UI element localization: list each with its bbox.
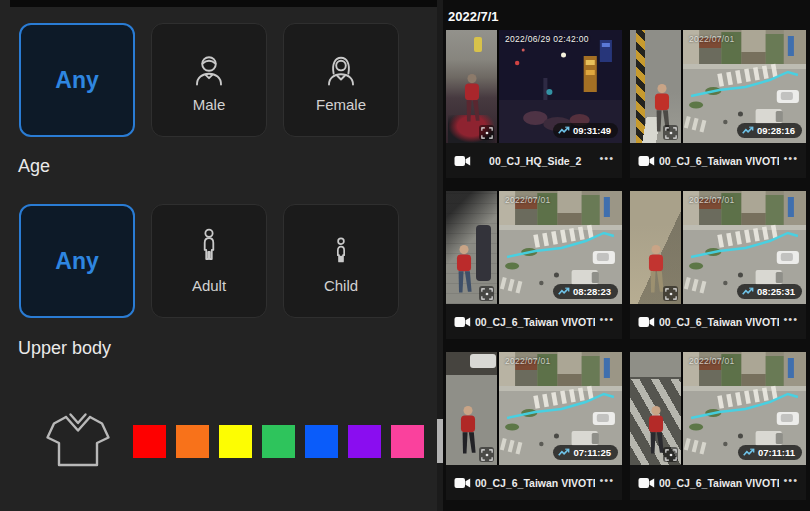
trend-icon	[558, 448, 570, 457]
event-time-badge: 09:28:16	[737, 123, 802, 138]
swatch-yellow[interactable]	[219, 425, 252, 458]
adult-icon	[194, 228, 224, 270]
more-options-button[interactable]: •••	[599, 314, 614, 329]
camera-name: 00_CJ_6_Taiwan VIVOTEK HQ_6F	[659, 316, 779, 328]
result-card[interactable]: 2022/07/01 08:25:31 00_CJ_6_Taiwan VIVOT…	[630, 191, 806, 339]
camera-name: 00_CJ_6_Taiwan VIVOTEK HQ_6F	[475, 316, 595, 328]
osd-timestamp: 2022/07/01	[689, 34, 735, 44]
osd-timestamp: 2022/06/29 02:42:00	[505, 34, 589, 44]
event-time: 09:31:49	[573, 125, 611, 136]
male-icon	[189, 47, 229, 89]
results-grid: 2022/06/29 02:42:00 09:31:49 00_CJ_HQ_Si…	[443, 30, 810, 500]
camera-icon	[454, 316, 471, 328]
gender-female-button[interactable]: Female	[283, 23, 399, 137]
gender-any-label: Any	[55, 67, 98, 94]
upper-body-section-label: Upper body	[18, 338, 111, 359]
camera-icon	[638, 316, 655, 328]
osd-timestamp: 2022/07/01	[689, 195, 735, 205]
camera-name: 00_CJ_6_Taiwan VIVOTEK HQ_6F	[475, 477, 595, 489]
swatch-red[interactable]	[133, 425, 166, 458]
camera-name: 00_CJ_HQ_Side_2	[475, 155, 595, 167]
color-swatches	[133, 425, 424, 458]
viewfinder-icon[interactable]	[663, 125, 678, 140]
person-snapshot[interactable]	[630, 30, 681, 143]
app-root: Any Male	[0, 0, 810, 511]
swatch-purple[interactable]	[348, 425, 381, 458]
osd-timestamp: 2022/07/01	[689, 356, 735, 366]
event-time-badge: 08:28:23	[553, 284, 618, 299]
video-thumbnail[interactable]: 2022/07/01 08:28:23	[499, 191, 622, 304]
age-adult-label: Adult	[192, 277, 226, 294]
female-icon	[321, 47, 361, 89]
event-time-badge: 07:11:25	[553, 445, 618, 460]
filter-panel: Any Male	[0, 0, 443, 511]
age-adult-button[interactable]: Adult	[151, 204, 267, 318]
person-snapshot[interactable]	[446, 191, 497, 304]
age-any-label: Any	[55, 248, 98, 275]
viewfinder-icon[interactable]	[479, 447, 494, 462]
viewfinder-icon[interactable]	[663, 447, 678, 462]
panel-top-divider	[10, 0, 437, 7]
viewfinder-icon[interactable]	[479, 125, 494, 140]
age-options-row: Any Adult Child	[19, 204, 399, 318]
event-time: 07:11:11	[758, 447, 795, 458]
trend-icon	[743, 448, 755, 457]
gender-any-button[interactable]: Any	[19, 23, 135, 137]
viewfinder-icon[interactable]	[479, 286, 494, 301]
camera-name: 00_CJ_6_Taiwan VIVOTEK HQ_6F	[659, 155, 779, 167]
person-snapshot[interactable]	[446, 352, 497, 465]
trend-icon	[742, 126, 754, 135]
gender-male-button[interactable]: Male	[151, 23, 267, 137]
viewfinder-icon[interactable]	[663, 286, 678, 301]
person-snapshot[interactable]	[630, 352, 681, 465]
more-options-button[interactable]: •••	[599, 153, 614, 168]
child-icon	[326, 228, 356, 270]
gender-options-row: Any Male	[19, 23, 399, 137]
video-thumbnail[interactable]: 2022/06/29 02:42:00 09:31:49	[499, 30, 622, 143]
gender-female-label: Female	[316, 96, 366, 113]
event-time: 09:28:16	[757, 125, 795, 136]
trend-icon	[742, 287, 754, 296]
shirt-icon	[42, 404, 114, 480]
age-child-button[interactable]: Child	[283, 204, 399, 318]
video-thumbnail[interactable]: 2022/07/01 08:25:31	[683, 191, 806, 304]
camera-icon	[638, 477, 655, 489]
more-options-button[interactable]: •••	[783, 153, 798, 168]
more-options-button[interactable]: •••	[783, 314, 798, 329]
swatch-orange[interactable]	[176, 425, 209, 458]
upper-body-color-row	[0, 400, 443, 480]
event-time: 07:11:25	[573, 447, 611, 458]
swatch-pink[interactable]	[391, 425, 424, 458]
trend-icon	[558, 126, 570, 135]
more-options-button[interactable]: •••	[599, 475, 614, 490]
video-thumbnail[interactable]: 2022/07/01 09:28:16	[683, 30, 806, 143]
age-section-label: Age	[18, 156, 50, 177]
age-any-button[interactable]: Any	[19, 204, 135, 318]
event-time: 08:25:31	[757, 286, 795, 297]
swatch-green[interactable]	[262, 425, 295, 458]
age-child-label: Child	[324, 277, 358, 294]
event-time-badge: 08:25:31	[737, 284, 802, 299]
swatch-blue[interactable]	[305, 425, 338, 458]
person-snapshot[interactable]	[446, 30, 497, 143]
result-card[interactable]: 2022/07/01 07:11:25 00_CJ_6_Taiwan VIVOT…	[446, 352, 622, 500]
camera-name: 00_CJ_6_Taiwan VIVOTEK HQ_6F	[659, 477, 779, 489]
results-panel: 2022/7/1 2022/06/29 02:42:00 09:31:49	[443, 0, 810, 511]
video-thumbnail[interactable]: 2022/07/01 07:11:11	[683, 352, 806, 465]
camera-icon	[454, 477, 471, 489]
result-card[interactable]: 2022/07/01 08:28:23 00_CJ_6_Taiwan VIVOT…	[446, 191, 622, 339]
more-options-button[interactable]: •••	[783, 475, 798, 490]
event-time: 08:28:23	[573, 286, 611, 297]
camera-icon	[454, 155, 471, 167]
result-card[interactable]: 2022/07/01 09:28:16 00_CJ_6_Taiwan VIVOT…	[630, 30, 806, 178]
result-card[interactable]: 2022/06/29 02:42:00 09:31:49 00_CJ_HQ_Si…	[446, 30, 622, 178]
osd-timestamp: 2022/07/01	[505, 356, 551, 366]
camera-icon	[638, 155, 655, 167]
results-date-header: 2022/7/1	[443, 0, 810, 30]
result-card[interactable]: 2022/07/01 07:11:11 00_CJ_6_Taiwan VIVOT…	[630, 352, 806, 500]
gender-male-label: Male	[193, 96, 226, 113]
person-snapshot[interactable]	[630, 191, 681, 304]
video-thumbnail[interactable]: 2022/07/01 07:11:25	[499, 352, 622, 465]
event-time-badge: 09:31:49	[553, 123, 618, 138]
trend-icon	[558, 287, 570, 296]
